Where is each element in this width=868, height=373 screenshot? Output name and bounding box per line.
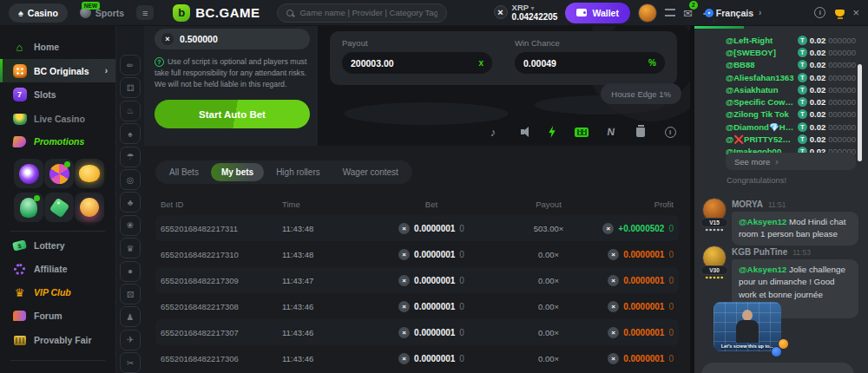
sidebar-item-provably-fair[interactable]: Provably Fair	[0, 330, 115, 350]
winner-row[interactable]: @Aliesfahan1363 0.02000000	[726, 71, 856, 83]
bet-amount-input[interactable]	[180, 34, 303, 44]
help-icon[interactable]	[662, 124, 678, 140]
game-icon[interactable]: ♨	[120, 101, 141, 121]
search-input[interactable]	[299, 8, 437, 17]
chat-timestamp: 11:53	[792, 248, 811, 257]
sound-icon[interactable]	[515, 124, 530, 140]
promo-tile-piggy[interactable]	[75, 159, 104, 188]
table-row[interactable]: 65520168482217307 11:43:46 0.00000010 0.…	[155, 319, 679, 345]
close-icon[interactable]: ×	[852, 7, 859, 18]
sidebar-item-affiliate[interactable]: Affiliate	[0, 258, 115, 279]
bets-tab[interactable]: High rollers	[266, 163, 331, 181]
user-avatar[interactable]	[638, 3, 657, 23]
balance-selector[interactable]: XRP ▾ 0.04242205	[494, 3, 558, 23]
game-icon[interactable]: ◎	[120, 169, 141, 190]
clear-icon[interactable]	[633, 124, 648, 140]
payout-field[interactable]: x	[342, 52, 492, 74]
turbo-icon[interactable]	[544, 124, 560, 140]
winner-row[interactable]: @BB88 0.02000000	[726, 59, 856, 71]
wallet-button[interactable]: Wallet	[565, 3, 630, 23]
promo-tile-rocket[interactable]	[14, 193, 43, 222]
start-auto-bet-button[interactable]: Start Auto Bet	[155, 100, 310, 128]
reaction-badge	[771, 346, 782, 357]
bets-tab[interactable]: Wager contest	[332, 163, 409, 181]
winner-row[interactable]: @Left-Right 0.02000000	[726, 34, 856, 46]
win-chance-field[interactable]: %	[515, 52, 665, 74]
game-icon[interactable]: ✏	[120, 55, 141, 75]
messages-button[interactable]: ✉ 2	[683, 5, 693, 21]
left-sidebar: ⌂ Home BC Originals › Slots Live Casino …	[0, 26, 115, 373]
info-button[interactable]	[814, 7, 825, 18]
game-icon[interactable]: ❀	[120, 215, 141, 236]
menu-toggle-icon[interactable]: ≡	[136, 5, 154, 20]
winner-row[interactable]: @[SWEBOY] 0.02000000	[726, 46, 856, 58]
sidebar-item-live-casino[interactable]: Live Casino	[0, 108, 115, 129]
video-gif-message[interactable]: Let's screw this up to...	[713, 302, 781, 351]
sidebar-item-vip-club[interactable]: ♛ VIP Club	[0, 282, 115, 303]
table-row[interactable]: 65520168482217308 11:43:46 0.00000010 0.…	[155, 293, 679, 319]
trends-icon[interactable]: N	[602, 124, 621, 140]
affiliate-ring-icon	[14, 264, 25, 275]
game-icon[interactable]: ♛	[120, 238, 141, 258]
see-more-button[interactable]: See more›	[726, 153, 856, 170]
script-disclaimer: Use of script is optional and players mu…	[155, 56, 311, 91]
game-icon[interactable]: ♣	[120, 192, 141, 213]
sidebar-item-slots[interactable]: Slots	[0, 84, 115, 105]
sidebar-item-forum[interactable]: Forum	[0, 305, 115, 326]
bet-amount-field[interactable]	[155, 29, 310, 49]
sidebar-item-home[interactable]: ⌂ Home	[0, 36, 115, 57]
winner-row[interactable]: @❌PRITTY5233❌ 0.02000000	[726, 133, 856, 145]
game-icon[interactable]: ☂	[120, 147, 141, 167]
chat-input[interactable]	[701, 363, 854, 373]
winner-row[interactable]: @Specific Cowden 0.02000000	[726, 95, 856, 108]
spade-icon: ♠	[18, 8, 23, 18]
piggy-bank-icon	[79, 165, 100, 182]
game-icon[interactable]: ✈	[120, 330, 141, 350]
winner-row[interactable]: @Asiakhatun 0.02000000	[726, 83, 856, 95]
game-search[interactable]	[277, 3, 447, 23]
promo-tile-wheel[interactable]	[44, 159, 74, 188]
promo-tile-coindrop[interactable]	[75, 193, 104, 222]
promo-tile-tag[interactable]	[44, 193, 74, 222]
xrp-coin-icon	[161, 33, 174, 45]
music-icon[interactable]: ♪	[485, 124, 501, 140]
game-icon[interactable]: ⚄	[120, 284, 141, 304]
table-row[interactable]: 65520168482217311 11:43:48 0.00000010 50…	[155, 215, 679, 241]
casino-toggle-button[interactable]: ♠ Casino	[9, 3, 68, 23]
bcgame-logo[interactable]: b BC.GAME	[173, 4, 260, 22]
game-icon[interactable]: ⚃	[120, 77, 141, 98]
sports-toggle-button[interactable]: NEW Sports	[75, 7, 129, 18]
tether-icon	[798, 36, 807, 45]
game-icon[interactable]: ♠	[120, 123, 141, 144]
xrp-icon	[398, 223, 410, 234]
chevron-right-icon: ›	[105, 66, 108, 75]
winner-row[interactable]: @Diamond💎Hu... 0.02000000	[726, 121, 856, 133]
sidebar-item-bc-originals[interactable]: BC Originals ›	[0, 59, 115, 82]
sidebar-item-promotions[interactable]: Promotions	[0, 131, 115, 152]
win-chance-input[interactable]	[523, 58, 648, 69]
tether-icon	[798, 60, 807, 69]
table-row[interactable]: 65520168482217309 11:43:47 0.00000010 0.…	[155, 267, 679, 293]
game-icon[interactable]: ●	[120, 261, 141, 282]
hotkeys-icon[interactable]	[574, 124, 589, 140]
promo-tile-spin[interactable]	[14, 159, 43, 188]
winner-row[interactable]: @Zilong Tik Tok 0.02000000	[726, 108, 856, 121]
table-row[interactable]: 65520168482217310 11:43:48 0.00000010 0.…	[155, 241, 679, 267]
crescent-badge	[64, 161, 70, 167]
game-canvas: Payout x Win Chance % House Edge 1% ♪ N	[318, 26, 690, 146]
game-icon[interactable]: ♟	[120, 306, 141, 327]
language-selector[interactable]: Français ›	[716, 8, 762, 18]
topbar-right: XRP ▾ 0.04242205 Wallet ✉ 2 • Français ›…	[494, 3, 859, 23]
bets-tab[interactable]: My bets	[211, 163, 264, 181]
sidebar-item-lottery[interactable]: Lottery	[0, 235, 115, 256]
table-row[interactable]: 65520168482217306 11:43:46 0.00000010 0.…	[155, 345, 679, 371]
chat-scrollbar[interactable]	[858, 64, 862, 161]
bets-tab[interactable]: All Bets	[159, 163, 209, 181]
game-icon[interactable]: ✂	[120, 352, 141, 373]
rank-list-icon[interactable]	[665, 9, 675, 16]
payout-input[interactable]	[351, 58, 478, 69]
tether-icon	[798, 97, 807, 107]
chat-message: @Aksyen12 Mod Hindi chat room 1 person b…	[732, 212, 858, 245]
chat-timestamp: 11:51	[768, 200, 786, 209]
trophy-icon[interactable]	[835, 10, 845, 16]
